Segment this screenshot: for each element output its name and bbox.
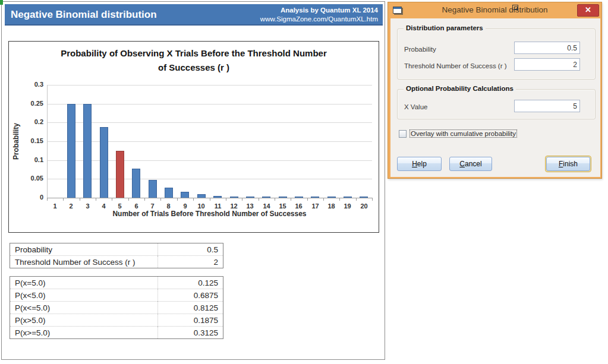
table-row: P(x>=5.0)0.3125 [10,327,223,339]
x-tick-label: 12 [226,202,242,210]
table-cell-value: 0.1875 [158,314,223,327]
dialog-body: Distribution parameters Probability Thre… [390,18,600,177]
dialog-title: Negative Binomial distribution [388,5,601,14]
chart-bar [327,197,336,198]
x-tick-mark [259,198,259,201]
chart-bar [279,197,287,198]
chart-bar [295,197,303,198]
probability-input[interactable] [514,42,580,54]
gridline [47,160,372,161]
table-row: P(x=5.0)0.125 [10,277,223,289]
x-tick-label: 2 [63,202,79,210]
x-tick-mark [177,198,178,201]
dialog-window: Negative Binomial distribution ✕ Distrib… [388,2,602,179]
x-tick-mark [80,198,80,201]
x-tick-label: 8 [160,202,177,210]
cancel-button[interactable]: Cancel [449,157,492,171]
table-cell-value: 0.6875 [158,289,223,302]
x-tick-mark [96,198,96,201]
x-tick-mark [193,198,194,201]
group-distribution-parameters: Distribution parameters [397,29,596,80]
table-row: Threshold Number of Success (r )2 [10,256,223,268]
table-row: P(x>5.0)0.1875 [10,314,223,327]
page-title: Negative Binomial distribution [11,9,157,21]
x-tick-label: 17 [307,202,323,210]
y-tick-label: 0 [9,194,43,201]
dialog-titlebar[interactable]: Negative Binomial distribution ✕ [388,2,601,18]
x-tick-mark [63,198,64,201]
x-tick-mark [210,198,210,201]
x-tick-label: 4 [96,202,112,210]
chart-bar-highlighted [116,151,124,198]
overlay-checkbox[interactable] [399,130,407,138]
x-tick-label: 20 [356,202,372,210]
threshold-input[interactable] [514,58,580,71]
probability-results-table: P(x=5.0)0.125P(x<5.0)0.6875P(x<=5.0)0.81… [10,276,223,339]
x-tick-label: 7 [144,202,160,210]
y-axis-line [47,85,48,198]
text-cursor-artifact [512,5,518,10]
help-button[interactable]: Help [397,157,442,171]
report-byline: Analysis by Quantum XL 2014 [260,6,378,15]
chart-bar [181,192,189,198]
finish-button[interactable]: Finish [546,157,590,171]
group-label: Distribution parameters [404,24,486,31]
table-cell-label: Probability [10,243,158,256]
group-label: Optional Probability Calculations [404,85,516,92]
x-tick-mark [226,198,226,201]
gridline [47,141,372,142]
x-tick-mark [356,198,357,201]
chart-bar [360,197,368,198]
x-tick-label: 1 [47,202,63,210]
chart-title-line1: Probability of Observing X Trials Before… [9,48,379,58]
report-header: Negative Binomial distribution Analysis … [5,4,383,26]
x-tick-label: 9 [177,202,193,210]
x-tick-label: 19 [339,202,355,210]
x-tick-mark [128,198,129,201]
table-cell-label: P(x>=5.0) [10,327,158,339]
x-tick-mark [323,198,324,201]
y-axis-title: Probability [12,100,20,183]
chart-bar [230,197,238,198]
probability-label: Probability [404,46,436,53]
y-tick-label: 0.3 [9,81,43,88]
chart-bar [165,188,173,198]
chart-bar [246,197,254,198]
table-cell-label: P(x=5.0) [10,277,158,289]
table-cell-label: P(x<=5.0) [10,302,158,314]
overlay-checkbox-label[interactable]: Overlay with cumulative probability [410,130,516,137]
x-tick-mark [160,198,161,201]
x-tick-mark [242,198,242,201]
report-panel: Negative Binomial distribution Analysis … [1,1,385,360]
x-tick-label: 6 [128,202,144,210]
chart-bar [344,197,352,198]
x-axis-title: Number of Trials Before Threshold Number… [47,210,372,218]
x-value-input[interactable] [514,100,580,112]
x-tick-mark [112,198,112,201]
chart-title-line2: of Successes (r ) [9,62,379,72]
table-cell-value: 0.125 [158,277,223,289]
x-tick-label: 10 [193,202,209,210]
close-button[interactable]: ✕ [577,4,599,17]
table-row: P(x<5.0)0.6875 [10,289,223,302]
table-cell-label: Threshold Number of Success (r ) [10,256,158,268]
chart-bar [67,104,75,198]
report-meta: Analysis by Quantum XL 2014 www.SigmaZon… [260,6,378,24]
chart-bar [132,169,140,198]
x-tick-label: 16 [291,202,307,210]
chart-bar [262,197,270,198]
screen-corner-artifact [0,0,3,5]
x-tick-mark [47,198,48,201]
chart-bar [213,196,222,198]
threshold-label: Threshold Number of Success (r ) [404,62,507,69]
x-tick-mark [275,198,275,201]
chart-bar [100,127,108,198]
table-row: P(x<=5.0)0.8125 [10,302,223,314]
x-tick-label: 18 [323,202,339,210]
x-value-label: X Value [404,103,427,110]
chart-bar [311,197,319,198]
gridline [47,85,372,86]
x-tick-mark [144,198,145,201]
x-tick-label: 11 [210,202,226,210]
chart-bar [149,180,157,198]
